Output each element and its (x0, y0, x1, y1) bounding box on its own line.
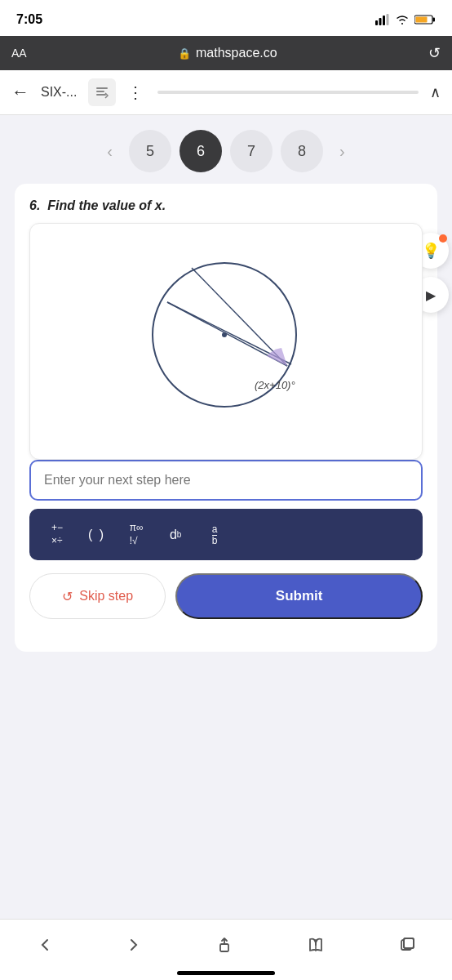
parentheses-button[interactable]: ( ) (80, 523, 113, 547)
operations-button[interactable]: +−×÷ (41, 517, 73, 552)
diagram-card: (2x+10)° (29, 223, 423, 460)
action-buttons: ↺ Skip step Submit (29, 573, 423, 635)
svg-rect-3 (387, 14, 389, 25)
question-section: 💡 ▶ 6. Find the value of x. (15, 184, 437, 652)
battery-icon (414, 14, 436, 25)
nav-bar: ← SIX-... ⋮ ∧ (0, 70, 452, 115)
browser-aa-button[interactable]: AA (11, 47, 27, 60)
tabs-button[interactable] (381, 929, 432, 960)
svg-rect-9 (96, 94, 106, 96)
math-toolbar: +−×÷ ( ) π∞!√ db a b (29, 509, 423, 560)
browser-url: 🔒 mathspace.co (35, 46, 420, 60)
lightbulb-icon: 💡 (422, 242, 440, 260)
fraction-button[interactable]: a b (198, 519, 231, 550)
edit-icon-button[interactable] (88, 78, 116, 106)
svg-rect-19 (404, 938, 414, 948)
book-icon (307, 936, 325, 954)
svg-rect-16 (220, 944, 228, 951)
tabs-icon (397, 936, 415, 954)
back-arrow-icon (37, 937, 53, 953)
status-bar: 7:05 (0, 0, 452, 36)
refresh-button[interactable]: ↺ (428, 44, 441, 62)
svg-rect-7 (96, 87, 108, 89)
edit-icon (95, 85, 109, 100)
skip-step-button[interactable]: ↺ Skip step (29, 573, 166, 619)
nav-title: SIX-... (41, 85, 77, 100)
book-button[interactable] (290, 929, 341, 960)
question-7-button[interactable]: 7 (230, 130, 273, 172)
question-6-button[interactable]: 6 (179, 130, 222, 172)
svg-rect-1 (379, 18, 382, 25)
play-icon: ▶ (426, 287, 436, 303)
forward-arrow-icon (126, 937, 142, 953)
svg-rect-8 (96, 91, 104, 92)
more-options-button[interactable]: ⋮ (127, 82, 144, 102)
step-input[interactable] (44, 473, 408, 488)
url-text: mathspace.co (196, 46, 277, 60)
skip-icon: ↺ (62, 589, 73, 604)
wifi-icon (395, 14, 410, 25)
progress-bar (157, 91, 419, 94)
browser-back-button[interactable] (20, 930, 69, 960)
status-icons (375, 14, 436, 25)
svg-rect-2 (383, 16, 385, 25)
question-5-button[interactable]: 5 (129, 130, 171, 172)
notification-dot (439, 234, 447, 243)
prev-question-button[interactable]: ‹ (99, 142, 121, 161)
back-button[interactable]: ← (11, 82, 29, 103)
svg-rect-5 (433, 18, 436, 22)
browser-forward-button[interactable] (109, 930, 158, 960)
signal-icon (375, 14, 390, 25)
svg-text:(2x+10)°: (2x+10)° (255, 379, 295, 391)
submit-button[interactable]: Submit (175, 573, 423, 619)
superscript-button[interactable]: db (159, 523, 192, 547)
question-navigation: ‹ 5 6 7 8 › (0, 115, 452, 184)
question-label: 6. Find the value of x. (29, 198, 423, 213)
share-button[interactable] (199, 929, 250, 960)
circle-diagram: (2x+10)° (128, 243, 324, 439)
symbols-button[interactable]: π∞!√ (120, 517, 153, 552)
home-indicator (177, 971, 275, 975)
browser-bar: AA 🔒 mathspace.co ↺ (0, 36, 452, 70)
main-content: 💡 ▶ 6. Find the value of x. (0, 184, 452, 652)
share-icon (215, 936, 233, 954)
status-time: 7:05 (16, 12, 42, 27)
svg-rect-0 (375, 20, 378, 25)
variable: x (155, 198, 162, 212)
question-8-button[interactable]: 8 (281, 130, 323, 172)
lock-icon: 🔒 (178, 47, 191, 60)
input-section: +−×÷ ( ) π∞!√ db a b (29, 460, 423, 560)
svg-rect-6 (416, 17, 428, 23)
step-input-container (29, 460, 423, 501)
next-question-button[interactable]: › (331, 142, 353, 161)
collapse-button[interactable]: ∧ (430, 83, 441, 101)
